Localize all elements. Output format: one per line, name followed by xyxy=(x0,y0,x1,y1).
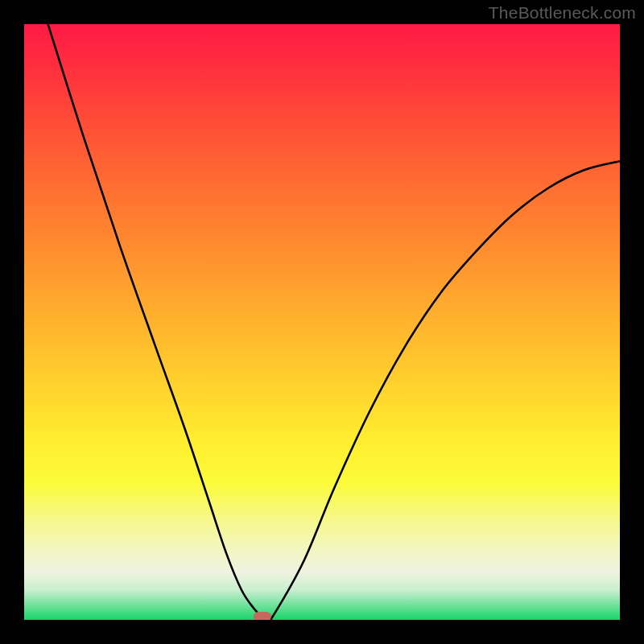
bottleneck-curve xyxy=(24,24,620,620)
plot-area xyxy=(24,24,620,620)
watermark-text: TheBottleneck.com xyxy=(489,3,636,23)
optimal-point-marker xyxy=(254,612,271,620)
chart-frame: TheBottleneck.com xyxy=(0,0,644,644)
